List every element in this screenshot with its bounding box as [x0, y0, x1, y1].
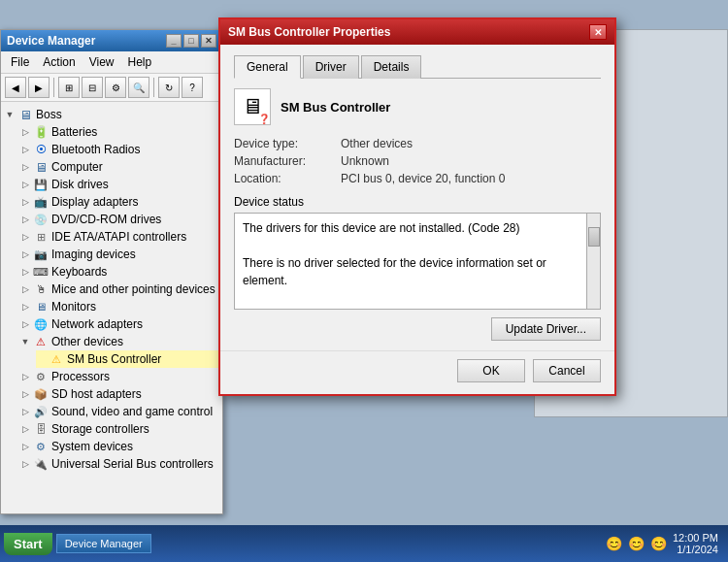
dialog-body: General Driver Details 🖥 ❓ SM Bus Contro…: [220, 45, 614, 350]
dialog-close-button[interactable]: ✕: [589, 24, 607, 40]
tab-details[interactable]: Details: [361, 55, 422, 79]
device-icon-box: 🖥 ❓: [234, 88, 271, 125]
dialog-title-left: SM Bus Controller Properties: [228, 25, 390, 39]
tray-time: 12:00 PM: [673, 532, 718, 544]
tray-clock: 12:00 PM 1/1/2024: [673, 532, 718, 555]
manufacturer-label: Manufacturer:: [234, 154, 341, 168]
dialog-footer: OK Cancel: [220, 350, 614, 394]
device-info-table: Device type: Other devices Manufacturer:…: [234, 137, 601, 185]
ok-button[interactable]: OK: [457, 359, 525, 382]
update-driver-button[interactable]: Update Driver...: [491, 317, 601, 341]
device-type-value: Other devices: [341, 137, 413, 150]
location-value: PCI bus 0, device 20, function 0: [341, 172, 505, 185]
modal-overlay: SM Bus Controller Properties ✕ General D…: [0, 0, 728, 562]
manufacturer-row: Manufacturer: Unknown: [234, 154, 601, 168]
system-tray: 😊 😊 😊 12:00 PM 1/1/2024: [606, 532, 724, 555]
taskbar-items: Device Manager: [56, 534, 602, 553]
tray-icon-1[interactable]: 😊: [606, 536, 622, 551]
location-num: 0: [499, 172, 506, 185]
tray-date: 1/1/2024: [673, 544, 718, 555]
status-label: Device status: [234, 195, 601, 209]
location-row: Location: PCI bus 0, device 20, function…: [234, 172, 601, 185]
tray-icon-2[interactable]: 😊: [628, 536, 645, 551]
status-text: The drivers for this device are not inst…: [243, 219, 592, 310]
taskbar: Start Device Manager 😊 😊 😊 12:00 PM 1/1/…: [0, 525, 728, 562]
update-driver-row: Update Driver...: [234, 317, 601, 341]
status-scrollbar[interactable]: [586, 214, 600, 309]
dialog-title: SM Bus Controller Properties: [228, 25, 390, 39]
taskbar-item-dm[interactable]: Device Manager: [56, 534, 151, 553]
manufacturer-value: Unknown: [341, 154, 389, 168]
location-label: Location:: [234, 172, 341, 185]
status-box: The drivers for this device are not inst…: [234, 213, 601, 310]
dialog-titlebar: SM Bus Controller Properties ✕: [220, 19, 614, 45]
device-warning-badge: ❓: [258, 114, 270, 124]
status-section: Device status The drivers for this devic…: [234, 195, 601, 310]
device-header: 🖥 ❓ SM Bus Controller: [234, 88, 601, 125]
device-type-label: Device type:: [234, 137, 341, 150]
scroll-thumb: [588, 227, 600, 247]
tab-bar: General Driver Details: [234, 54, 601, 79]
tab-general[interactable]: General: [234, 55, 301, 79]
cancel-button[interactable]: Cancel: [533, 359, 601, 382]
device-name: SM Bus Controller: [281, 100, 390, 115]
tray-icon-3[interactable]: 😊: [650, 536, 667, 551]
tab-driver[interactable]: Driver: [303, 55, 359, 79]
start-button[interactable]: Start: [4, 533, 52, 555]
device-type-row: Device type: Other devices: [234, 137, 601, 150]
smbus-dialog: SM Bus Controller Properties ✕ General D…: [218, 17, 616, 396]
location-pre: PCI bus 0, device 20, function: [341, 172, 499, 185]
